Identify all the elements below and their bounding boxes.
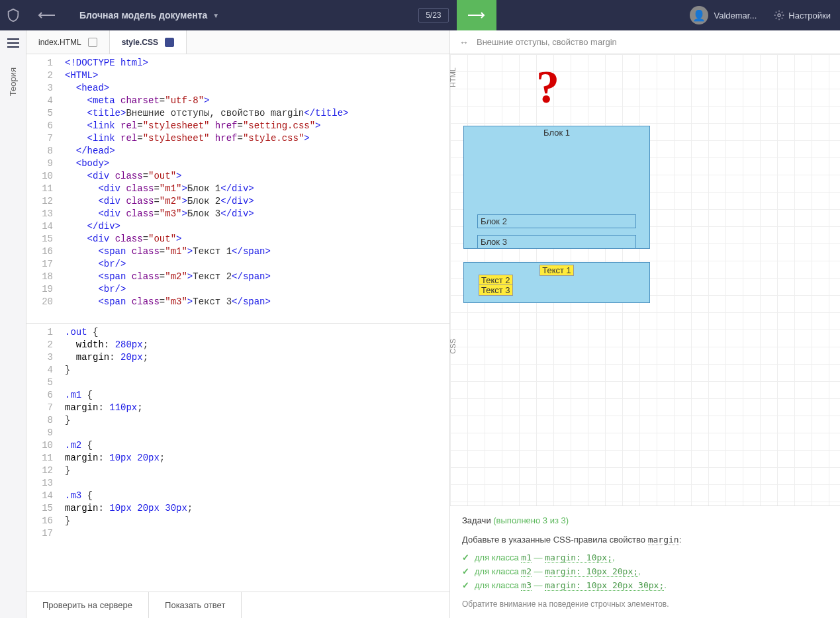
left-sidebar: Теория [0, 30, 26, 618]
tab-css[interactable]: style.CSS [110, 30, 187, 54]
preview-block3: Блок 3 [477, 235, 636, 249]
theory-tab[interactable]: Теория [8, 67, 18, 96]
file-icon [165, 38, 174, 47]
css-label: CSS [450, 339, 457, 354]
task-description: Добавьте в указанные CSS-правила свойств… [462, 535, 828, 545]
preview-text1: Текст 1 [539, 265, 574, 276]
progress-counter: 5/23 [418, 8, 448, 22]
prev-button[interactable] [26, 0, 66, 30]
css-code: .out { width: 280px; margin: 20px; } .m1… [26, 324, 449, 530]
annotation-question-mark: ? [536, 61, 559, 114]
html-gutter: 1234567891011121314151617181920 [26, 54, 60, 311]
tab-html-label: index.HTML [38, 38, 81, 47]
check-server-button[interactable]: Проверить на сервере [26, 592, 149, 618]
html-label: HTML [450, 67, 457, 87]
css-gutter: 1234567891011121314151617 [26, 324, 60, 543]
check-icon: ✓ [462, 552, 469, 562]
editor-footer: Проверить на сервере Показать ответ [26, 592, 449, 618]
tab-html[interactable]: index.HTML [26, 30, 110, 54]
html-editor[interactable]: 1234567891011121314151617181920 <!DOCTYP… [26, 54, 449, 324]
preview-pane: HTML CSS ? Блок 1 Блок 2 Блок 3 Текст 1 … [450, 54, 840, 506]
avatar: 👤 [690, 6, 708, 24]
check-icon: ✓ [462, 566, 469, 576]
tasks-progress: (выполнено 3 из 3) [493, 515, 569, 525]
chevron-down-icon: ▼ [212, 12, 219, 19]
task-item-3: ✓для класса m3 — margin: 10px 20px 30px;… [462, 580, 828, 590]
tasks-label: Задачи [462, 515, 491, 525]
html-code: <!DOCTYPE html> <HTML> <head> <meta char… [26, 54, 449, 311]
lesson-title-text: Блочная модель документа [79, 10, 207, 21]
menu-icon[interactable] [7, 38, 19, 48]
css-editor[interactable]: 1234567891011121314151617 .out { width: … [26, 324, 449, 592]
settings-button[interactable]: Настройки [765, 10, 840, 21]
tab-css-label: style.CSS [122, 38, 158, 47]
logo-icon[interactable] [0, 0, 26, 30]
preview-text3: Текст 3 [479, 285, 513, 296]
file-icon [88, 38, 97, 47]
preview-block2: Блок 2 [477, 214, 636, 228]
preview-block1: Блок 1 [464, 126, 649, 138]
tasks-panel: Задачи (выполнено 3 из 3) Добавьте в ука… [450, 506, 840, 618]
task-item-2: ✓для класса m2 — margin: 10px 20px;, [462, 566, 828, 576]
check-icon: ✓ [462, 580, 469, 590]
next-button[interactable] [457, 0, 496, 30]
settings-label: Настройки [788, 11, 831, 21]
preview-out1: Блок 1 Блок 2 Блок 3 [463, 126, 650, 249]
lesson-title[interactable]: Блочная модель документа ▼ [66, 10, 232, 21]
top-bar: Блочная модель документа ▼ 5/23 👤 Valdem… [0, 0, 840, 30]
resize-icon[interactable]: ↔ [459, 37, 469, 48]
preview-out2: Текст 1 Текст 2 Текст 3 [463, 262, 650, 303]
task-item-1: ✓для класса m1 — margin: 10px;, [462, 552, 828, 562]
preview-title: Внешние отступы, свойство margin [477, 37, 617, 47]
task-note: Обратите внимание на поведение строчных … [462, 599, 828, 609]
user-menu[interactable]: 👤 Valdemar... [682, 6, 765, 24]
username: Valdemar... [714, 11, 757, 21]
editor-tabs: index.HTML style.CSS [26, 30, 449, 54]
svg-point-0 [778, 14, 780, 17]
preview-header: ↔ Внешние отступы, свойство margin [450, 30, 840, 54]
show-answer-button[interactable]: Показать ответ [149, 592, 242, 618]
